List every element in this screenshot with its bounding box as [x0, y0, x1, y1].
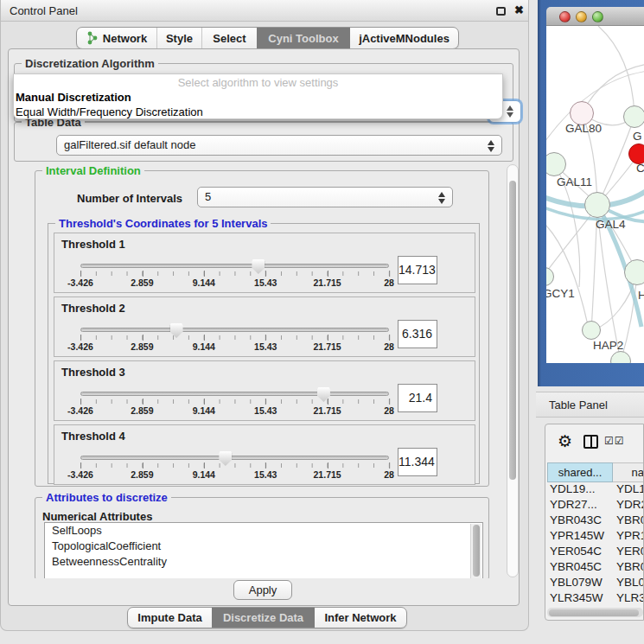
threshold-4-value-field[interactable]: 11.344	[398, 448, 437, 476]
tick-label: -3.426	[67, 277, 93, 288]
threshold-1-value-field[interactable]: 14.713	[398, 256, 437, 284]
tab-cyni-toolbox[interactable]: Cyni Toolbox	[257, 28, 349, 48]
slider-tick-labels: -3.4262.8599.14415.4321.71528	[80, 405, 389, 416]
table-panel-header: Table Panel	[536, 392, 644, 418]
threshold-2-value-field[interactable]: 6.316	[398, 320, 437, 348]
threshold-name: Threshold 2	[61, 302, 125, 315]
gear-icon[interactable]: ⚙	[558, 431, 572, 451]
threshold-1-slider[interactable]	[80, 264, 389, 268]
cell-name[interactable]: YPR1	[613, 529, 644, 545]
cell-shared-name[interactable]: YPR145W	[547, 529, 613, 545]
node-hap2[interactable]	[582, 321, 601, 340]
table-data-combobox[interactable]: galFiltered.sif default node	[56, 135, 502, 156]
scrollbar-thumb[interactable]	[473, 525, 480, 577]
table-data-group: Table Data galFiltered.sif default node	[14, 122, 513, 162]
top-tab-bar: Network Style Select Cyni Toolbox jActiv…	[76, 27, 459, 49]
cell-name[interactable]: YBR0	[613, 513, 644, 529]
threshold-3-value-field[interactable]: 21.4	[398, 384, 437, 412]
cell-name[interactable]: YDL1	[613, 482, 644, 498]
threshold-3-slider[interactable]	[80, 392, 389, 396]
tick-label: 2.859	[131, 469, 153, 480]
popup-option-equal-width[interactable]: Equal Width/Frequency Discretization	[14, 105, 502, 119]
network-view-window: GAL80 GAL11 GAL4 GCY1 HAP2 G C H	[538, 0, 644, 386]
apply-button[interactable]: Apply	[233, 580, 292, 600]
tab-jactivemnodules[interactable]: jActiveMNodules	[349, 28, 458, 48]
close-icon[interactable]: ✖	[514, 3, 524, 16]
cell-name[interactable]: YBL0	[613, 576, 644, 591]
cell-shared-name[interactable]: YBR043C	[547, 513, 613, 529]
table-row[interactable]: YBR045C YBR0	[547, 560, 644, 576]
network-canvas[interactable]: GAL80 GAL11 GAL4 GCY1 HAP2 G C H	[546, 26, 644, 363]
scrollbar-thumb[interactable]	[509, 181, 516, 480]
algorithm-dropdown-popup: Select algorithm to view settings Manual…	[13, 73, 503, 119]
tick-label: -3.426	[67, 341, 93, 352]
slider-ticks	[80, 335, 389, 340]
table-row[interactable]: YDL19... YDL1	[547, 482, 644, 498]
combo-value: 5	[205, 190, 211, 203]
table-row[interactable]: YBL079W YBL0	[547, 576, 644, 591]
minimize-traffic-light-icon[interactable]	[576, 11, 587, 22]
column-header-name[interactable]: na	[613, 462, 644, 482]
cell-shared-name[interactable]: YBL079W	[547, 576, 613, 591]
table-horizontal-scrollbar[interactable]	[547, 608, 643, 617]
threshold-2-panel: Threshold 2 -3.4262.8599.14415.4321.7152…	[54, 296, 475, 357]
tick-label: 28	[384, 277, 394, 288]
cell-name[interactable]: YBR0	[613, 560, 644, 576]
list-item[interactable]: SelfLoops	[45, 523, 482, 539]
close-traffic-light-icon[interactable]	[559, 11, 571, 22]
attributes-to-discretize-group: Attributes to discretize Numerical Attri…	[35, 497, 489, 578]
node-gal4[interactable]	[584, 192, 610, 218]
group-title: Discretization Algorithm	[22, 57, 158, 70]
cell-shared-name[interactable]: YLR345W	[547, 591, 613, 607]
threshold-4-slider[interactable]	[80, 456, 389, 460]
table-row[interactable]: YLR345W YLR3	[547, 591, 644, 607]
group-title: Interval Definition	[42, 164, 144, 177]
cell-name[interactable]: YLR3	[613, 591, 644, 607]
cell-name[interactable]: YDR2	[613, 498, 644, 513]
node-label-gal80: GAL80	[565, 122, 602, 135]
cell-name[interactable]: YER0	[613, 545, 644, 560]
combo-spinner-icon	[438, 191, 446, 205]
table-row[interactable]: YDR27... YDR2	[547, 498, 644, 513]
tick-label: 15.43	[254, 469, 277, 480]
settings-scrollbar[interactable]	[507, 164, 519, 577]
cell-shared-name[interactable]: YDR27...	[547, 498, 613, 513]
cell-shared-name[interactable]: YBR045C	[547, 560, 613, 576]
list-item[interactable]: BetweennessCentrality	[45, 554, 482, 570]
select-columns-checkboxes-icon[interactable]: ☑☑	[604, 435, 625, 447]
threshold-2-slider[interactable]	[80, 328, 389, 332]
slider-tick-labels: -3.4262.8599.14415.4321.71528	[80, 341, 389, 352]
cell-shared-name[interactable]: YDL19...	[547, 482, 613, 498]
tab-discretize-data[interactable]: Discretize Data	[212, 608, 314, 628]
columns-icon[interactable]	[583, 435, 598, 449]
tab-label: Infer Network	[324, 611, 396, 624]
tick-label: 15.43	[254, 341, 277, 352]
tab-infer-network[interactable]: Infer Network	[314, 608, 406, 628]
attributes-list-scrollbar[interactable]	[470, 524, 481, 578]
table-row[interactable]: YER054C YER0	[547, 545, 644, 560]
numerical-attributes-list[interactable]: SelfLoopsTopologicalCoefficientBetweenne…	[44, 522, 483, 578]
popup-option-manual-discretization[interactable]: Manual Discretization	[14, 90, 502, 105]
threshold-name: Threshold 1	[61, 238, 125, 251]
float-window-icon[interactable]	[496, 7, 506, 16]
list-item[interactable]: TopologicalCoefficient	[45, 539, 482, 554]
slider-tick-labels: -3.4262.8599.14415.4321.71528	[80, 277, 389, 288]
tab-impute-data[interactable]: Impute Data	[128, 608, 212, 628]
tab-select[interactable]: Select	[201, 28, 257, 48]
control-panel-titlebar: Control Panel ✖	[1, 0, 528, 22]
combo-spinner-icon	[488, 139, 495, 153]
group-title: Threshold's Coordinates for 5 Intervals	[55, 217, 271, 230]
table-row[interactable]: YPR145W YPR1	[547, 529, 644, 545]
cyni-toolbox-panel: Discretization Algorithm Select algorith…	[8, 48, 520, 606]
node-h[interactable]	[624, 259, 644, 285]
scrollbar-thumb[interactable]	[549, 609, 639, 616]
tab-style[interactable]: Style	[156, 28, 201, 48]
tab-network[interactable]: Network	[77, 28, 156, 48]
number-of-intervals-combobox[interactable]: 5	[197, 187, 453, 207]
zoom-traffic-light-icon[interactable]	[592, 11, 603, 22]
cell-shared-name[interactable]: YER054C	[547, 545, 613, 560]
node-label-gcy1: GCY1	[546, 287, 575, 300]
table-row[interactable]: YBR043C YBR0	[547, 513, 644, 529]
node-top-right[interactable]	[623, 105, 644, 128]
column-header-shared-name[interactable]: shared...	[547, 462, 613, 482]
